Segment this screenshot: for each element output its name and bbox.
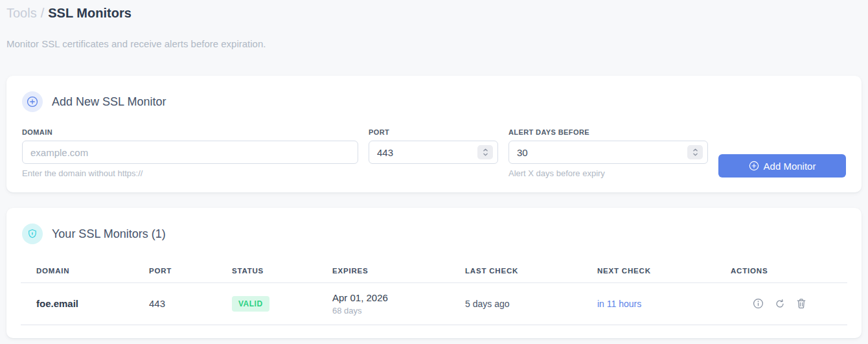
col-header-actions: ACTIONS — [731, 260, 847, 282]
ssl-monitors-page: Tools/SSL Monitors Monitor SSL certifica… — [0, 0, 868, 338]
info-icon[interactable] — [753, 298, 764, 309]
alert-days-field-group: ALERT DAYS BEFORE Alert X days before ex… — [508, 128, 708, 178]
monitors-title: Your SSL Monitors (1) — [52, 227, 166, 241]
monitor-domain: foe.email — [21, 282, 149, 325]
table-header-row: DOMAIN PORT STATUS EXPIRES LAST CHECK NE… — [21, 260, 847, 282]
monitors-header: Your SSL Monitors (1) — [6, 224, 862, 244]
add-monitor-button[interactable]: Add Monitor — [718, 154, 846, 178]
add-monitor-header: Add New SSL Monitor — [22, 91, 846, 112]
monitors-card: Your SSL Monitors (1) DOMAIN PORT STATUS… — [6, 208, 862, 338]
monitor-status-cell: VALID — [232, 282, 332, 325]
domain-field-group: DOMAIN Enter the domain without https:// — [22, 128, 358, 178]
shield-icon — [22, 224, 43, 244]
col-header-next-check: NEXT CHECK — [597, 260, 731, 282]
col-header-last-check: LAST CHECK — [465, 260, 597, 282]
breadcrumb-tools[interactable]: Tools — [6, 6, 37, 20]
expires-days: 68 days — [332, 306, 465, 315]
domain-helper: Enter the domain without https:// — [22, 168, 358, 178]
col-header-status: STATUS — [232, 260, 332, 282]
page-title: SSL Monitors — [48, 6, 131, 20]
port-stepper[interactable] — [477, 145, 493, 159]
add-monitor-title: Add New SSL Monitor — [52, 95, 166, 109]
alert-days-label: ALERT DAYS BEFORE — [508, 128, 708, 137]
alert-days-input[interactable] — [508, 141, 708, 164]
col-header-domain: DOMAIN — [21, 260, 149, 282]
alert-days-helper: Alert X days before expiry — [508, 168, 708, 178]
monitor-expires-cell: Apr 01, 2026 68 days — [332, 282, 465, 325]
monitor-last-check: 5 days ago — [465, 282, 597, 325]
add-monitor-form: DOMAIN Enter the domain without https://… — [22, 128, 846, 178]
alert-days-stepper[interactable] — [687, 145, 703, 159]
status-badge: VALID — [232, 296, 269, 312]
monitor-actions-cell — [731, 282, 847, 325]
expires-date: Apr 01, 2026 — [332, 292, 465, 303]
monitors-table: DOMAIN PORT STATUS EXPIRES LAST CHECK NE… — [21, 260, 847, 325]
monitor-next-check: in 11 hours — [597, 282, 731, 325]
plus-circle-icon — [22, 91, 43, 112]
domain-label: DOMAIN — [22, 128, 358, 137]
domain-input[interactable] — [22, 141, 358, 164]
col-header-expires: EXPIRES — [332, 260, 465, 282]
port-label: PORT — [369, 128, 498, 137]
col-header-port: PORT — [149, 260, 232, 282]
trash-icon[interactable] — [796, 298, 806, 309]
add-monitor-card: Add New SSL Monitor DOMAIN Enter the dom… — [6, 76, 862, 192]
breadcrumb: Tools/SSL Monitors — [6, 5, 862, 21]
monitor-port: 443 — [149, 282, 232, 325]
add-monitor-button-label: Add Monitor — [764, 161, 816, 172]
plus-circle-icon — [749, 161, 759, 171]
page-subtitle: Monitor SSL certificates and receive ale… — [6, 38, 862, 49]
port-field-group: PORT — [369, 128, 498, 164]
breadcrumb-separator: / — [41, 6, 45, 20]
refresh-icon[interactable] — [775, 299, 785, 309]
table-row: foe.email 443 VALID Apr 01, 2026 68 days… — [21, 282, 847, 325]
